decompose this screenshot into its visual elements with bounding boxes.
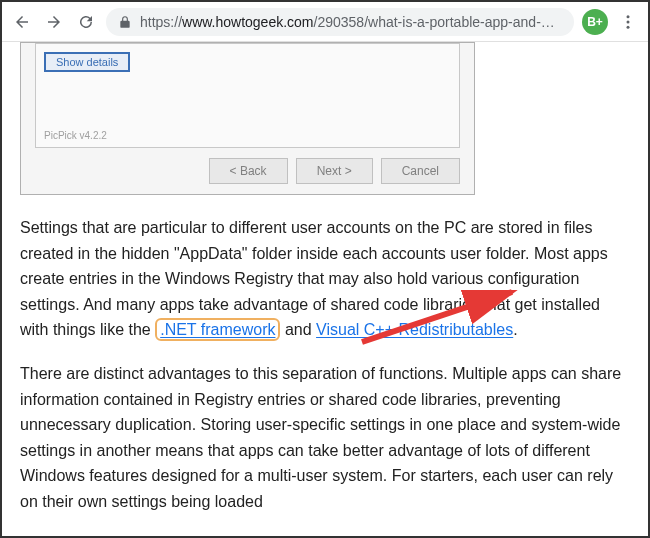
- address-bar[interactable]: https://www.howtogeek.com/290358/what-is…: [106, 8, 574, 36]
- svg-point-1: [627, 20, 630, 23]
- forward-button[interactable]: [42, 10, 66, 34]
- arrow-left-icon: [13, 13, 31, 31]
- show-details-button[interactable]: Show details: [44, 52, 130, 72]
- installer-panel: Show details PicPick v4.2.2: [35, 43, 460, 148]
- vertical-dots-icon: [619, 13, 637, 31]
- reload-icon: [77, 13, 95, 31]
- paragraph-2: There are distinct advantages to this se…: [20, 361, 630, 515]
- link-vc-redist[interactable]: Visual C++ Redistributables: [316, 321, 513, 338]
- menu-button[interactable]: [616, 10, 640, 34]
- paragraph-1: Settings that are particular to differen…: [20, 215, 630, 343]
- reload-button[interactable]: [74, 10, 98, 34]
- installer-cancel-button[interactable]: Cancel: [381, 158, 460, 184]
- installer-next-button[interactable]: Next >: [296, 158, 373, 184]
- installer-button-row: < Back Next > Cancel: [21, 148, 474, 184]
- lock-icon: [118, 15, 132, 29]
- svg-point-0: [627, 15, 630, 18]
- installer-back-button[interactable]: < Back: [209, 158, 288, 184]
- browser-toolbar: https://www.howtogeek.com/290358/what-is…: [2, 2, 648, 42]
- svg-point-2: [627, 25, 630, 28]
- link-net-framework[interactable]: .NET framework: [155, 318, 280, 341]
- back-button[interactable]: [10, 10, 34, 34]
- url-text: https://www.howtogeek.com/290358/what-is…: [140, 14, 562, 30]
- arrow-right-icon: [45, 13, 63, 31]
- installer-screenshot: Show details PicPick v4.2.2 < Back Next …: [20, 42, 475, 195]
- page-content: Show details PicPick v4.2.2 < Back Next …: [2, 42, 648, 538]
- version-label: PicPick v4.2.2: [44, 130, 107, 141]
- extension-badge[interactable]: B+: [582, 9, 608, 35]
- article-body: Settings that are particular to differen…: [20, 215, 630, 515]
